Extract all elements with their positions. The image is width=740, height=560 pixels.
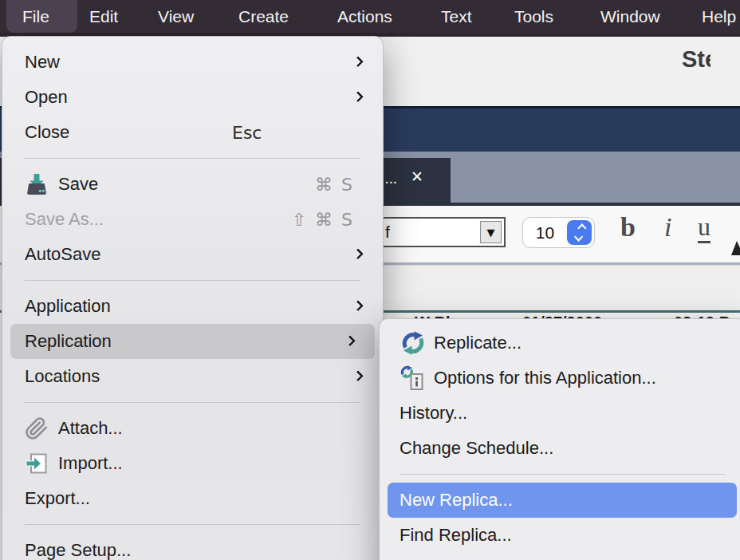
save-icon: [25, 172, 58, 196]
submenu-item-history[interactable]: History...: [380, 396, 740, 431]
menu-item-label: Change Schedule...: [400, 438, 553, 459]
menu-separator: [400, 474, 725, 475]
menu-item-label: Import...: [58, 453, 123, 474]
chevron-right-icon: [352, 300, 364, 311]
font-family-value-fragment: f: [385, 223, 390, 241]
chevron-right-icon: [352, 91, 364, 102]
menu-item-application[interactable]: Application: [2, 289, 383, 324]
chevron-right-icon: [352, 56, 364, 67]
header-title-clipped-letter: e: [705, 46, 710, 73]
shortcut-esc: Esc: [232, 123, 262, 143]
paperclip-icon: [25, 416, 58, 440]
menu-item-label: Options for this Application...: [434, 368, 656, 388]
stepper-up-icon[interactable]: [577, 223, 586, 232]
menubar-item-tools[interactable]: Tools: [514, 0, 553, 33]
import-icon: [25, 452, 58, 475]
menu-item-page-setup[interactable]: Page Setup...: [2, 533, 383, 560]
menu-item-autosave[interactable]: AutoSave: [2, 237, 383, 272]
stepper-down-icon[interactable]: [573, 232, 582, 241]
menu-item-label: Open: [25, 87, 68, 108]
shortcut-shift-cmd-s: ⇧ ⌘ S: [292, 210, 354, 230]
bold-button[interactable]: b: [620, 212, 636, 243]
submenu-item-options[interactable]: Options for this Application...: [380, 361, 740, 396]
replication-submenu: Replicate... Options for this Applicatio…: [379, 318, 740, 560]
menu-separator: [25, 402, 360, 403]
menu-item-label: New Replica...: [400, 490, 513, 511]
italic-button[interactable]: i: [664, 212, 671, 243]
submenu-item-replicate[interactable]: Replicate...: [380, 325, 740, 361]
chevron-right-icon: [352, 248, 364, 259]
chevron-right-icon: [344, 335, 356, 346]
font-family-select[interactable]: f ▼: [368, 217, 506, 247]
submenu-item-find-replica[interactable]: Find Replica...: [380, 518, 740, 553]
menu-item-label: Close: [25, 122, 69, 143]
file-menu: New Open Close Esc Save ⌘ S Save As...: [2, 36, 384, 560]
menu-item-label: History...: [400, 403, 467, 424]
menu-item-label: Application: [25, 296, 111, 317]
menubar-item-text[interactable]: Text: [441, 0, 472, 33]
menu-item-export[interactable]: Export...: [2, 481, 383, 516]
menu-item-label: Save: [58, 174, 98, 195]
menu-item-label: Replicate...: [434, 333, 522, 353]
submenu-item-new-replica[interactable]: New Replica...: [388, 483, 737, 518]
submenu-item-change-schedule[interactable]: Change Schedule...: [380, 431, 740, 466]
menu-separator: [25, 524, 360, 525]
menu-item-locations[interactable]: Locations: [2, 359, 383, 394]
menubar-item-create[interactable]: Create: [238, 0, 289, 33]
menu-item-open[interactable]: Open: [2, 80, 383, 115]
stepper-buttons[interactable]: [567, 220, 592, 245]
tab-title: ...: [385, 172, 398, 186]
menu-item-label: Attach...: [58, 418, 123, 439]
menu-bar: File Edit View Create Actions Text Tools…: [0, 0, 740, 33]
menubar-item-window[interactable]: Window: [600, 0, 660, 33]
font-size-stepper[interactable]: 10: [522, 217, 595, 248]
chevron-right-icon: [352, 370, 364, 381]
menu-item-replication[interactable]: Replication: [10, 324, 375, 359]
menu-item-label: Find Replica...: [400, 525, 512, 546]
menu-item-close[interactable]: Close Esc: [2, 115, 383, 150]
font-size-value: 10: [523, 223, 567, 243]
menubar-item-view[interactable]: View: [158, 0, 194, 33]
screen: Ste ... ✕ f ▼ 10 b i u W Bl 01/27/2000 0…: [0, 0, 740, 560]
font-family-dropdown-button[interactable]: ▼: [480, 221, 502, 243]
menu-separator: [25, 158, 360, 159]
underline-button[interactable]: u: [698, 212, 710, 242]
header-title-fragment: Ste: [682, 46, 710, 73]
menubar-item-edit[interactable]: Edit: [89, 0, 118, 33]
replicate-icon: [400, 329, 434, 357]
menu-item-import[interactable]: Import...: [2, 446, 383, 481]
menu-item-label: New: [25, 52, 60, 73]
menu-item-label: Locations: [25, 366, 100, 387]
menubar-item-help[interactable]: Help: [702, 0, 736, 33]
menubar-item-file[interactable]: File: [22, 0, 49, 33]
menu-item-label: Save As...: [25, 209, 104, 230]
menu-item-label: Replication: [25, 331, 112, 352]
tab-close-icon[interactable]: ✕: [411, 168, 423, 185]
menu-item-save[interactable]: Save ⌘ S: [2, 167, 383, 202]
menu-item-label: AutoSave: [25, 244, 100, 265]
menu-item-attach[interactable]: Attach...: [2, 411, 383, 446]
menubar-item-actions[interactable]: Actions: [337, 0, 392, 33]
clipped-toolbar-icon[interactable]: [731, 241, 740, 255]
replicate-options-icon: [400, 365, 434, 392]
shortcut-cmd-s: ⌘ S: [315, 175, 354, 195]
menu-separator: [25, 280, 360, 281]
menu-item-label: Export...: [25, 488, 90, 509]
menu-item-new[interactable]: New: [2, 45, 383, 80]
menu-item-save-as: Save As... ⇧ ⌘ S: [2, 202, 383, 237]
menu-item-label: Page Setup...: [25, 540, 131, 560]
